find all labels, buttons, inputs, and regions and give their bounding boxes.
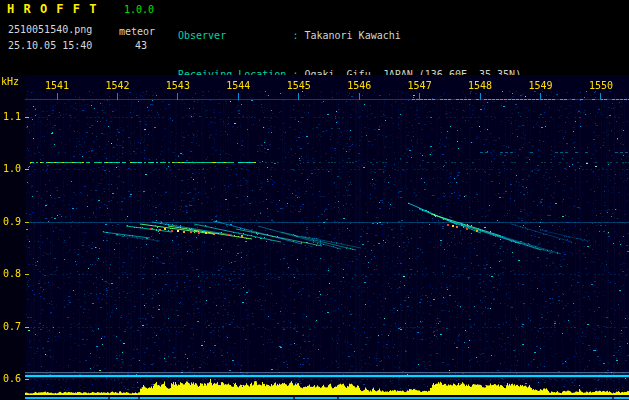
time-axis-label: 1542 — [102, 80, 132, 91]
freq-axis-label: 1.0 — [0, 163, 21, 174]
freq-axis-label: 0.7 — [0, 321, 21, 332]
time-axis-label: 1549 — [526, 80, 556, 91]
spectrogram-canvas — [0, 75, 629, 400]
freq-axis-label: 0.9 — [0, 216, 21, 227]
time-axis-label: 1541 — [42, 80, 72, 91]
freq-axis-label: 1.1 — [0, 111, 21, 122]
time-axis-label: 1546 — [344, 80, 374, 91]
time-axis-label: 1545 — [284, 80, 314, 91]
time-axis-label: 1547 — [405, 80, 435, 91]
spectrogram-plot: kHz 154115421543154415451546154715481549… — [0, 0, 629, 400]
freq-axis-label: 0.6 — [0, 373, 21, 384]
time-axis-label: 1548 — [465, 80, 495, 91]
time-axis-label: 1544 — [223, 80, 253, 91]
freq-unit-label: kHz — [1, 76, 19, 87]
time-axis-label: 1550 — [586, 80, 616, 91]
hrofft-output: { "header": { "app_name": "H R O F F T",… — [0, 0, 629, 400]
time-axis-label: 1543 — [163, 80, 193, 91]
freq-axis-label: 0.8 — [0, 268, 21, 279]
